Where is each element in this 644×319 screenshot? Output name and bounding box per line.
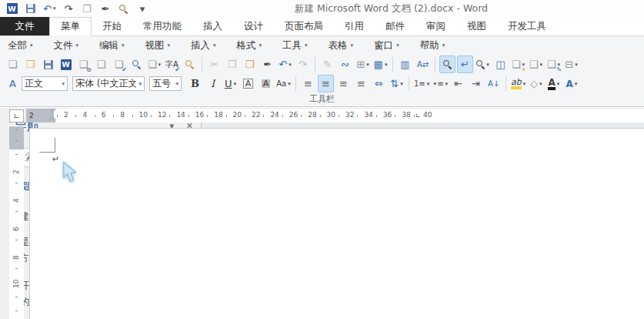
tab-file[interactable]: 文件 [0,17,49,35]
tab-common-tools[interactable]: 常用功能 [132,17,192,35]
formatting-marks-button[interactable]: ↵ [457,55,473,73]
ruler-tick [282,115,283,117]
print-button[interactable]: ❏▾ [146,55,162,73]
tab-developer[interactable]: 开发工具 [497,17,557,35]
menu-item-table[interactable]: 表格▾ [329,39,354,52]
cut-button[interactable]: ✂ [206,55,222,73]
dropdown-arrow-icon: ▾ [122,42,125,49]
copy-button[interactable]: ❐ [81,2,92,15]
read-mode-button[interactable]: ◫ [492,55,509,73]
zoom-button[interactable]: ▾ [475,55,491,73]
menu-item-insert[interactable]: 插入▾ [191,39,216,52]
font-color-button[interactable]: A▾ [546,75,562,92]
edit-document-button[interactable]: ❏✎▾ [546,55,562,73]
save-button[interactable] [25,2,36,15]
columns-button[interactable]: ▥ [397,55,413,73]
style-combo[interactable]: 正文▾ [22,76,68,91]
menu-item-window[interactable]: 窗口▾ [374,39,399,52]
distributed-button[interactable]: ⇔ [371,75,387,92]
sort-button[interactable]: A↓ [486,75,502,92]
character-border-button[interactable]: A [240,75,256,92]
menu-item-format[interactable]: 格式▾ [237,39,262,52]
paste-button[interactable]: ❒ [242,55,258,73]
vertical-ruler[interactable]: 246810 [9,126,24,319]
word-document-button[interactable]: W [58,55,74,73]
menu-item-file[interactable]: 文件▾ [54,39,79,52]
tab-references[interactable]: 引用 [334,17,375,35]
undo-button[interactable]: ↶▾ [43,2,55,15]
tab-page-layout[interactable]: 页面布局 [274,17,334,35]
redo-button[interactable]: ↷ [295,55,311,73]
multiple-pages-button[interactable]: ❑▾ [528,55,544,73]
left-indent-marker[interactable] [49,120,55,123]
decrease-indent-button[interactable]: ⇤ [450,75,466,92]
document-page[interactable]: ↵ [29,128,644,319]
customize-qat-button[interactable]: ▾ [136,2,148,15]
word-logo[interactable]: W [6,2,18,15]
tab-review[interactable]: 审阅 [415,17,456,35]
menu-item-help[interactable]: 帮助▾ [420,39,445,52]
tab-stop-selector-button[interactable]: ∟ [9,109,24,123]
horizontal-ruler[interactable]: 2 2468101214161820222426283032343638∟40 [26,109,644,123]
redo-button[interactable]: ↷ [62,2,74,15]
undo-button[interactable]: ↶▾ [277,55,293,73]
align-center-button[interactable]: ≡ [318,75,334,92]
tab-insert[interactable]: 插入 [192,17,233,35]
numbering-button[interactable]: 1≡▾ [413,75,430,92]
save-button[interactable] [40,55,56,73]
text-direction-button[interactable]: A⇄ [415,55,431,73]
copy-button[interactable]: ❐ [224,55,240,73]
font-format-button[interactable]: A [5,75,21,92]
print-layout-view-button[interactable] [439,55,455,73]
character-effects-button[interactable]: A▾ [563,75,579,92]
tab-menu[interactable]: 菜单 [49,17,92,36]
tab-mailings[interactable]: 邮件 [375,17,415,35]
new-blank-page-button[interactable]: ❏✶▾ [510,55,526,73]
dropdown-arrow-icon: ▾ [234,81,237,87]
find-button[interactable] [182,55,198,73]
tab-home[interactable]: 开始 [92,17,132,35]
duplicate-document-button[interactable]: ❑ [93,55,109,73]
insert-field-button[interactable]: ⊟▾ [563,55,579,73]
italic-button[interactable]: I [205,75,221,92]
borders-button[interactable]: ⊞▾ [355,55,371,73]
format-painter-button[interactable]: ✒ [99,2,111,15]
line-spacing-button[interactable]: ⇅▾ [389,75,405,92]
print-preview-icon [132,60,141,69]
insert-table-button[interactable]: ▦▾ [372,55,389,73]
font-combo[interactable]: 宋体 (中文正文▾ [72,76,145,91]
tab-design[interactable]: 设计 [233,17,274,35]
menu-item-all[interactable]: 全部▾ [8,39,33,52]
increase-indent-button[interactable]: ⇥ [468,75,484,92]
align-right-button[interactable]: ≡ [335,75,352,92]
underline-button[interactable]: U▾ [222,75,239,92]
bold-button[interactable]: B [187,75,203,92]
quick-print-button[interactable]: ❏✔ [111,55,127,73]
justify-button[interactable]: ≡ [353,75,369,92]
bullets-button[interactable]: •≡▾ [432,75,449,92]
first-line-indent-marker[interactable] [48,109,56,113]
open-button[interactable]: ❒ [22,55,38,73]
close-print-preview-button[interactable]: ❏⊖ [75,55,92,73]
new-document-button[interactable]: ❏ [5,55,21,73]
character-shading-button[interactable]: A [258,75,274,92]
menu-item-tools[interactable]: 工具▾ [282,39,308,52]
font-size-combo[interactable]: 五号▾ [149,76,182,91]
print-preview-button[interactable] [128,55,145,73]
draw-table-button[interactable]: ✎ [319,55,335,73]
menu-item-edit[interactable]: 编辑▾ [99,39,125,52]
menu-item-view[interactable]: 视图▾ [145,39,171,52]
character-effects-icon: A [566,79,572,89]
spelling-check-button[interactable]: 字A✔ [164,55,180,73]
print-preview-button[interactable] [118,2,129,15]
bold-icon: B [191,79,199,89]
shading-button[interactable]: ◇▾ [528,75,544,92]
text-highlight-button[interactable]: ab▾ [510,75,526,92]
dropdown-arrow-icon: ▾ [158,62,162,68]
format-painter-button[interactable]: ✒ [259,55,275,73]
align-left-button[interactable]: ≡ [300,75,316,92]
change-case-button[interactable]: Aa▾ [275,75,292,92]
hyperlink-button[interactable]: ∾ [337,55,353,73]
dropdown-arrow-icon: ▾ [305,42,308,49]
tab-view[interactable]: 视图 [456,17,497,35]
